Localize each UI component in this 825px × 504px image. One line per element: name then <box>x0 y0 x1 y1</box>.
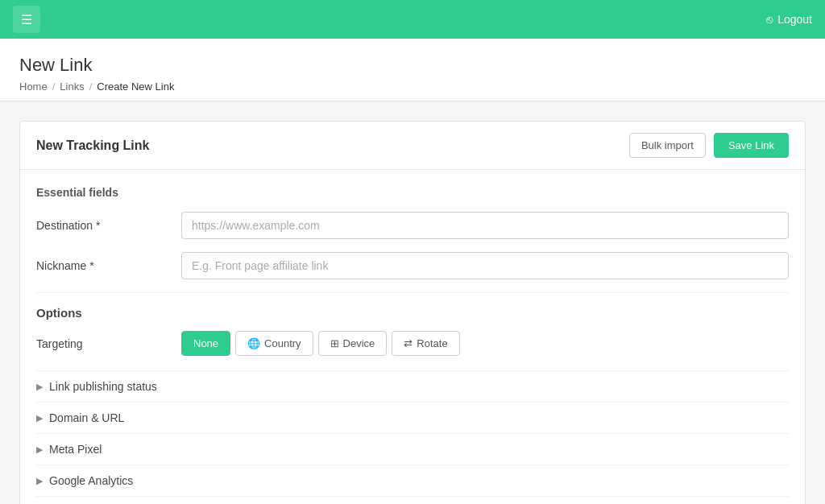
targeting-button-group: None 🌐 Country ⊞ Device ⇄ Rotate <box>181 331 460 356</box>
logout-button[interactable]: ⎋ Logout <box>766 13 812 26</box>
bulk-import-button[interactable]: Bulk import <box>629 133 706 158</box>
breadcrumb-links[interactable]: Links <box>60 81 84 93</box>
breadcrumb-home[interactable]: Home <box>19 81 48 93</box>
targeting-group: Targeting None 🌐 Country ⊞ Device ⇄ <box>36 331 789 356</box>
hamburger-icon: ☰ <box>21 12 32 27</box>
destination-group: Destination * <box>36 212 789 239</box>
breadcrumb: Home / Links / Create New Link <box>19 81 806 93</box>
page-title: New Link <box>19 55 806 76</box>
page-header: New Link Home / Links / Create New Link <box>0 39 825 101</box>
chevron-right-icon-3: ▶ <box>36 444 43 455</box>
collapse-google-tag-manager[interactable]: ▶ Google Tag Manager <box>36 496 789 504</box>
breadcrumb-current: Create New Link <box>97 81 174 93</box>
collapse-link-publishing[interactable]: ▶ Link publishing status <box>36 370 789 402</box>
device-icon: ⊞ <box>330 337 339 349</box>
chevron-right-icon-2: ▶ <box>36 413 43 423</box>
options-title: Options <box>36 306 789 320</box>
collapse-meta-pixel-label: Meta Pixel <box>49 443 102 456</box>
nickname-group: Nickname * <box>36 252 789 279</box>
rotate-icon: ⇄ <box>404 337 412 349</box>
collapse-google-analytics-label: Google Analytics <box>49 474 133 487</box>
collapse-domain-url[interactable]: ▶ Domain & URL <box>36 402 789 433</box>
targeting-device-label: Device <box>343 337 375 349</box>
options-section: Options Targeting None 🌐 Country ⊞ Devic… <box>36 306 789 504</box>
card-body: Essential fields Destination * Nickname … <box>20 170 805 504</box>
targeting-country-button[interactable]: 🌐 Country <box>235 331 313 356</box>
destination-input[interactable] <box>181 212 789 239</box>
collapse-meta-pixel[interactable]: ▶ Meta Pixel <box>36 433 789 465</box>
logout-label: Logout <box>777 13 812 26</box>
breadcrumb-sep-2: / <box>89 81 93 93</box>
country-icon: 🌐 <box>247 337 260 349</box>
targeting-country-label: Country <box>264 337 301 349</box>
logout-icon: ⎋ <box>766 13 773 26</box>
save-link-button[interactable]: Save Link <box>714 133 789 158</box>
targeting-label: Targeting <box>36 337 181 350</box>
collapse-domain-url-label: Domain & URL <box>49 411 124 424</box>
card-header-actions: Bulk import Save Link <box>629 133 789 158</box>
section-divider <box>36 292 789 293</box>
essential-fields-title: Essential fields <box>36 186 789 199</box>
chevron-right-icon: ▶ <box>36 382 43 392</box>
destination-label: Destination * <box>36 219 181 232</box>
targeting-rotate-button[interactable]: ⇄ Rotate <box>392 331 459 356</box>
main-content: New Tracking Link Bulk import Save Link … <box>0 101 825 504</box>
top-navigation: ☰ ⎋ Logout <box>0 0 825 39</box>
menu-button[interactable]: ☰ <box>13 6 40 33</box>
targeting-rotate-label: Rotate <box>417 337 447 349</box>
card-header: New Tracking Link Bulk import Save Link <box>20 122 805 170</box>
new-tracking-link-card: New Tracking Link Bulk import Save Link … <box>19 121 806 504</box>
card-title: New Tracking Link <box>36 138 149 153</box>
nickname-input[interactable] <box>181 252 789 279</box>
chevron-right-icon-4: ▶ <box>36 476 43 486</box>
collapse-link-publishing-label: Link publishing status <box>49 380 157 393</box>
collapse-google-analytics[interactable]: ▶ Google Analytics <box>36 465 789 496</box>
targeting-device-button[interactable]: ⊞ Device <box>318 331 388 356</box>
breadcrumb-sep-1: / <box>52 81 56 93</box>
nickname-label: Nickname * <box>36 259 181 272</box>
targeting-none-button[interactable]: None <box>181 331 230 356</box>
